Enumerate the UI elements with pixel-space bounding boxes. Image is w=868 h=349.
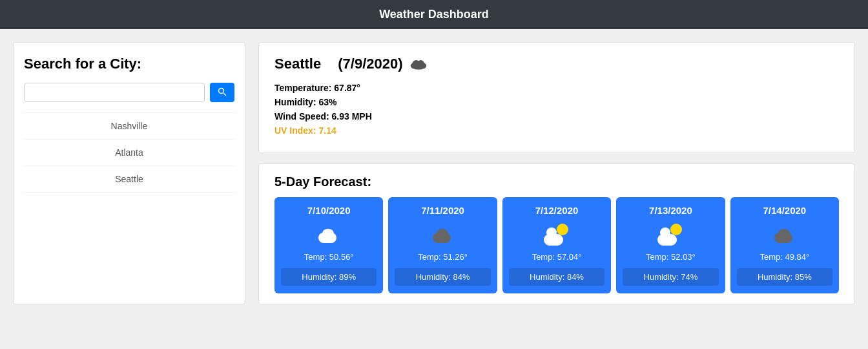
forecast-card-3: 7/12/2020 Temp: 57.04° Humidity: 84% — [502, 197, 611, 293]
svg-point-0 — [219, 88, 224, 93]
forecast-card-1: 7/10/2020 Temp: 50.56° Humidity: 89% — [274, 197, 383, 293]
partly-cloudy-icon-2 — [657, 222, 683, 246]
dark-cloud-icon — [431, 225, 455, 243]
search-row — [24, 83, 234, 102]
search-icon — [218, 87, 227, 96]
cloud-icon — [317, 225, 340, 243]
app-header: Weather Dashboard — [0, 0, 868, 29]
dark-cloud-icon-2 — [773, 225, 796, 243]
search-input[interactable] — [24, 83, 205, 102]
forecast-humidity-1: Humidity: 89% — [281, 268, 377, 286]
forecast-icon-5 — [772, 222, 798, 246]
forecast-temp-2: Temp: 51.26° — [418, 252, 468, 262]
forecast-section: 5-Day Forecast: 7/10/2020 Temp: 50.56° H… — [258, 164, 855, 304]
forecast-date-3: 7/12/2020 — [535, 205, 579, 216]
current-city: Seattle — [274, 56, 321, 72]
current-weather-panel: Seattle (7/9/2020) Temperature: 67.87° H… — [258, 42, 855, 153]
forecast-date-4: 7/13/2020 — [649, 205, 692, 216]
current-weather-title: Seattle (7/9/2020) — [274, 56, 839, 72]
forecast-temp-4: Temp: 52.03° — [646, 252, 696, 262]
weather-condition-icon — [409, 57, 428, 71]
humidity-stat: Humidity: 63% — [274, 97, 839, 107]
forecast-card-4: 7/13/2020 Temp: 52.03° Humidity: 74% — [616, 197, 725, 293]
forecast-card-5: 7/14/2020 Temp: 49.84° Humidity: 85% — [730, 197, 839, 293]
forecast-humidity-2: Humidity: 84% — [395, 268, 490, 286]
wind-speed-stat: Wind Speed: 6.93 MPH — [274, 111, 839, 122]
forecast-title: 5-Day Forecast: — [274, 174, 839, 189]
forecast-icon-3 — [544, 222, 570, 246]
forecast-humidity-4: Humidity: 74% — [623, 268, 718, 286]
city-item-nashville[interactable]: Nashville — [24, 113, 234, 140]
cloud-icon — [409, 57, 428, 71]
forecast-cards: 7/10/2020 Temp: 50.56° Humidity: 89% 7/1… — [274, 197, 839, 293]
city-item-atlanta[interactable]: Atlanta — [24, 140, 234, 166]
forecast-card-2: 7/11/2020 Temp: 51.26° Humidity: 84% — [388, 197, 497, 293]
city-list: Nashville Atlanta Seattle — [24, 112, 234, 193]
forecast-icon-1 — [316, 222, 342, 246]
current-date: (7/9/2020) — [338, 56, 402, 72]
forecast-date-1: 7/10/2020 — [307, 205, 351, 216]
forecast-icon-2 — [430, 222, 456, 246]
forecast-humidity-5: Humidity: 85% — [737, 268, 832, 286]
uv-index-stat: UV Index: 7.14 — [274, 125, 839, 136]
forecast-icon-4 — [657, 222, 683, 246]
partly-cloudy-icon — [544, 222, 570, 246]
main-content: Seattle (7/9/2020) Temperature: 67.87° H… — [258, 42, 855, 304]
forecast-date-2: 7/11/2020 — [421, 205, 464, 216]
svg-line-1 — [223, 93, 226, 96]
temperature-stat: Temperature: 67.87° — [274, 83, 839, 93]
forecast-date-5: 7/14/2020 — [763, 205, 806, 216]
forecast-humidity-3: Humidity: 84% — [509, 268, 604, 286]
forecast-temp-3: Temp: 57.04° — [532, 252, 582, 262]
city-item-seattle[interactable]: Seattle — [24, 166, 234, 193]
svg-point-4 — [417, 60, 424, 67]
sidebar: Search for a City: Nashville Atlanta Sea… — [13, 42, 245, 304]
forecast-temp-5: Temp: 49.84° — [760, 252, 809, 262]
weather-stats: Temperature: 67.87° Humidity: 63% Wind S… — [274, 83, 839, 136]
app-title: Weather Dashboard — [379, 8, 489, 21]
forecast-temp-1: Temp: 50.56° — [304, 252, 354, 262]
sidebar-title: Search for a City: — [24, 56, 234, 72]
search-button[interactable] — [210, 83, 234, 102]
